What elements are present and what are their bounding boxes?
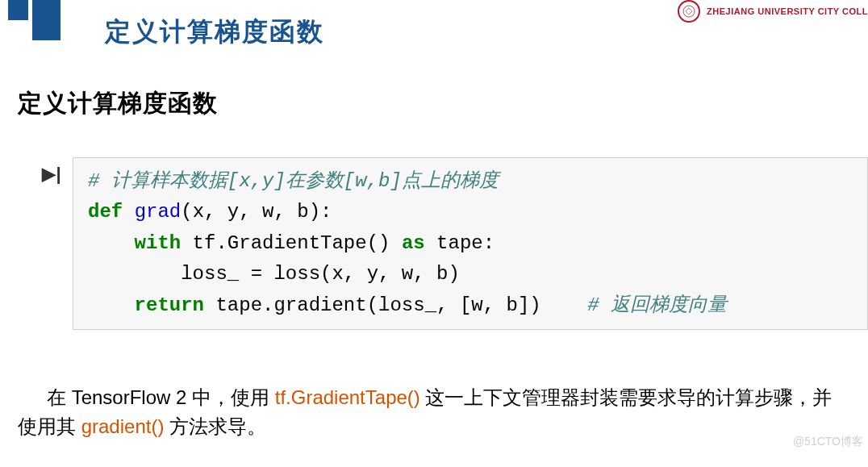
para-text: 在 TensorFlow 2 中，使用 — [47, 386, 275, 408]
code-comment: # 计算样本数据[x,y]在参数[w,b]点上的梯度 — [88, 170, 499, 192]
university-seal-icon — [678, 0, 700, 23]
code-text: tape: — [425, 232, 495, 254]
slide-title: 定义计算梯度函数 — [105, 15, 324, 50]
decoration-square-small — [8, 0, 28, 20]
explanation-paragraph: 在 TensorFlow 2 中，使用 tf.GradientTape() 这一… — [18, 383, 850, 441]
header-decoration — [8, 0, 61, 40]
para-text: 方法求导。 — [164, 415, 266, 437]
watermark: @51CTO博客 — [793, 435, 863, 449]
code-return-body: tape.gradient(loss_, [w, b]) — [204, 294, 587, 316]
code-keyword-def: def — [88, 201, 123, 223]
svg-point-0 — [683, 6, 695, 17]
section-subtitle: 定义计算梯度函数 — [18, 87, 218, 120]
code-function-name: grad — [135, 201, 182, 223]
para-highlight: gradient() — [81, 415, 165, 437]
run-cell-icon[interactable]: ▶| — [31, 157, 73, 330]
para-highlight: tf.GradientTape() — [275, 386, 420, 408]
code-comment-return: # 返回梯度向量 — [587, 294, 727, 316]
code-container: ▶| # 计算样本数据[x,y]在参数[w,b]点上的梯度 def grad(x… — [31, 157, 868, 330]
university-logo-area: ZHEJIANG UNIVERSITY CITY COLL — [678, 0, 868, 23]
code-keyword-return: return — [135, 294, 204, 316]
decoration-square-large — [32, 0, 61, 40]
code-block: # 计算样本数据[x,y]在参数[w,b]点上的梯度 def grad(x, y… — [73, 157, 868, 330]
code-keyword-as: as — [402, 232, 425, 254]
code-loss-line: loss_ = loss(x, y, w, b) — [88, 263, 460, 285]
code-text: tf.GradientTape() — [181, 232, 402, 254]
code-signature: (x, y, w, b): — [181, 201, 332, 223]
code-keyword-with: with — [135, 232, 182, 254]
university-name: ZHEJIANG UNIVERSITY CITY COLL — [707, 6, 868, 16]
